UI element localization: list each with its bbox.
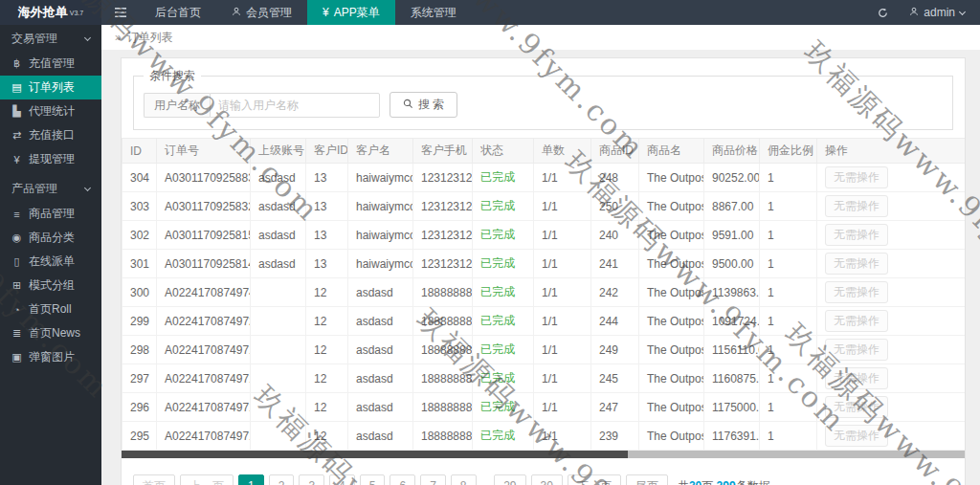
sidebar-item-active[interactable]: ▤订单列表 — [0, 76, 101, 99]
column-header: 客户ID — [306, 139, 348, 164]
sidebar-item-1-4[interactable]: ◔首页Roll — [0, 298, 101, 321]
cell-parent: asdasd — [251, 250, 306, 278]
sidebar-item-label: 首页News — [29, 325, 80, 342]
cell-ratio: 1 — [760, 364, 817, 393]
cell-cust_name: asdasd — [348, 307, 413, 336]
cell-status: 已完成 — [473, 278, 534, 307]
page-button-30[interactable]: 30 — [531, 474, 563, 485]
top-menu-label: 会员管理 — [246, 5, 292, 21]
search-button[interactable]: 搜 索 — [390, 92, 457, 118]
cell-count: 1/1 — [534, 164, 591, 192]
no-action-button[interactable]: 无需操作 — [825, 310, 888, 332]
sidebar-item-label: 代理统计 — [29, 103, 75, 120]
top-menu-item[interactable]: 系统管理 — [395, 0, 472, 25]
sidebar-group-header[interactable]: 交易管理 — [0, 25, 101, 52]
top-menu-label: 后台首页 — [155, 5, 201, 21]
prev-page-button[interactable]: 上一页 — [180, 474, 234, 485]
cell-parent: asdasd — [251, 164, 306, 192]
cell-cust_name: asdasd — [348, 393, 413, 422]
no-action-button[interactable]: 无需操作 — [825, 224, 888, 246]
no-action-button[interactable]: 无需操作 — [825, 367, 888, 389]
sidebar-item-0-3[interactable]: ⇄充值接口 — [0, 123, 101, 147]
sidebar-item-1-1[interactable]: ◉商品分类 — [0, 226, 101, 250]
last-page-button[interactable]: 尾页 — [626, 474, 668, 485]
sidebar-item-1-3[interactable]: ⊞模式分组 — [0, 274, 101, 298]
chart-icon: ▙ — [11, 105, 23, 118]
top-menu-item[interactable]: 后台首页 — [140, 0, 216, 25]
no-action-button[interactable]: 无需操作 — [825, 281, 888, 303]
no-action-button[interactable]: 无需操作 — [825, 166, 888, 188]
column-header: 订单号 — [157, 139, 251, 164]
top-menu-item[interactable]: ¥APP菜单 — [307, 0, 395, 25]
sidebar-item-label: 商品分类 — [29, 230, 75, 246]
no-action-button[interactable]: 无需操作 — [825, 195, 888, 217]
page-button-4[interactable]: 4 — [329, 474, 355, 485]
cell-cust_id: 13 — [306, 221, 348, 250]
page-button-8[interactable]: 8 — [451, 474, 477, 485]
username-input[interactable] — [210, 93, 380, 118]
horizontal-scrollbar[interactable] — [122, 451, 965, 458]
user-menu[interactable]: admin — [909, 6, 965, 19]
scrollbar-thumb[interactable] — [122, 451, 628, 458]
cell-cust_name: asdasd — [348, 278, 413, 307]
status-badge: 已完成 — [480, 429, 515, 442]
cell-id: 297 — [122, 364, 157, 393]
summary-prefix: 共 — [678, 479, 689, 485]
list-icon: ▤ — [11, 81, 23, 94]
image-icon: ▣ — [11, 351, 23, 364]
sidebar-group-header[interactable]: 产品管理 — [0, 175, 101, 202]
cell-price: 90252.00 — [704, 164, 760, 192]
no-action-button[interactable]: 无需操作 — [825, 425, 888, 447]
page-button-29[interactable]: 29 — [494, 474, 525, 485]
page-button-2[interactable]: 2 — [269, 474, 295, 485]
page-button-7[interactable]: 7 — [420, 474, 446, 485]
page-button-3[interactable]: 3 — [299, 474, 324, 485]
first-page-button[interactable]: 首页 — [133, 474, 175, 485]
sidebar-item-1-2[interactable]: ▯在线派单 — [0, 250, 101, 274]
cell-ratio: 1 — [760, 221, 817, 250]
cell-parent: asdasd — [251, 192, 306, 221]
pagination: 首页上一页12345678..2930下一页尾页共30页 299条数据 — [122, 458, 965, 485]
summary-pages: 30 — [689, 479, 702, 485]
search-group: 用户名称 搜 索 — [144, 92, 943, 118]
sidebar-item-1-6[interactable]: ▣弹窗图片 — [0, 345, 101, 369]
sidebar-item-0-0[interactable]: ฿充值管理 — [0, 52, 101, 76]
cell-order_no: A03011709258140297 — [157, 250, 251, 278]
table-row: 297A0224170874971830512asdasd18888888888… — [122, 364, 966, 393]
sidebar-item-0-2[interactable]: ▙代理统计 — [0, 99, 101, 123]
cell-order_no: A02241708749716653 — [157, 422, 251, 451]
column-header: 客户手机 — [413, 139, 473, 164]
cell-order_no: A03011709258154228 — [157, 221, 251, 250]
yen-icon: ¥ — [323, 6, 329, 19]
cell-ratio: 1 — [760, 393, 817, 422]
top-menu-item[interactable]: 会员管理 — [216, 0, 307, 25]
status-badge: 已完成 — [480, 228, 515, 241]
next-page-button[interactable]: 下一页 — [568, 474, 621, 485]
cell-goods_name: The Outpost ... — [639, 192, 704, 221]
sidebar-item-1-5[interactable]: ≣首页News — [0, 321, 101, 345]
cell-ratio: 1 — [760, 250, 817, 278]
app-logo[interactable]: 海外抢单V3.7 — [0, 0, 101, 25]
cell-ratio: 1 — [760, 164, 817, 192]
table-row: 301A03011709258140297asdasd13haiwaiymcom… — [122, 250, 966, 278]
page-button-1[interactable]: 1 — [238, 474, 264, 485]
main-area: » 订单列表 条件搜索 用户名称 搜 索 ID订单号上级账号客户ID客户名客户手… — [101, 25, 980, 485]
no-action-button[interactable]: 无需操作 — [825, 339, 888, 361]
page-button-6[interactable]: 6 — [390, 474, 415, 485]
page-button-5[interactable]: 5 — [360, 474, 386, 485]
cell-count: 1/1 — [534, 278, 591, 307]
cell-cust_id: 12 — [306, 278, 348, 307]
sidebar-item-1-0[interactable]: ≡商品管理 — [0, 202, 101, 226]
hamburger-menu-icon[interactable] — [101, 0, 140, 25]
no-action-button[interactable]: 无需操作 — [825, 253, 888, 275]
sidebar-item-label: 在线派单 — [29, 254, 75, 270]
cell-status: 已完成 — [473, 307, 534, 336]
group-icon: ⊞ — [11, 279, 23, 292]
sidebar-item-0-4[interactable]: ¥提现管理 — [0, 147, 101, 171]
table-row: 304A03011709258836615asdasd13haiwaiymcom… — [122, 164, 966, 192]
cell-order_no: A02241708749719787 — [157, 336, 251, 364]
cell-goods_id: 248 — [591, 164, 639, 192]
no-action-button[interactable]: 无需操作 — [825, 396, 888, 418]
refresh-icon[interactable] — [878, 8, 888, 18]
news-icon: ≣ — [11, 327, 23, 340]
